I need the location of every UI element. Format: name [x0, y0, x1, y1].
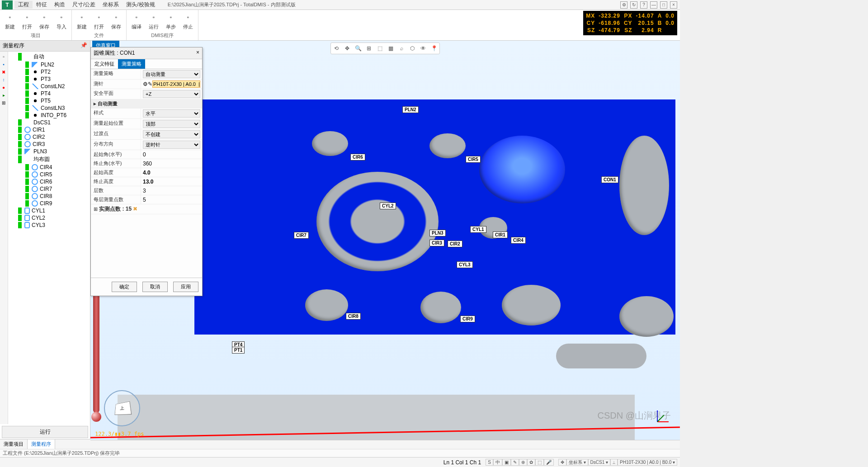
run-button[interactable]: ▫运行 — [146, 11, 162, 31]
tree-item-PLN3[interactable]: PLN3 — [9, 148, 89, 155]
wand-icon[interactable]: ✎ — [148, 81, 152, 87]
feature-label-CIR5[interactable]: CIR5 — [466, 156, 481, 163]
tool-1[interactable]: ▫ — [0, 53, 7, 60]
tree-item-DsCS1[interactable]: DsCS1 — [9, 119, 89, 126]
vp-tool-9[interactable]: 📍 — [430, 44, 438, 52]
status-item-4[interactable]: PH10T-2X30 | A0.0 | B0.0 ▾ — [618, 459, 677, 466]
feature-label-CYL1[interactable]: CYL1 — [470, 226, 486, 233]
ime-icon-3[interactable]: ✎ — [511, 459, 519, 466]
status-item-3[interactable]: ⟂ — [610, 459, 618, 466]
nav-cube-face[interactable]: 上 — [114, 401, 132, 415]
save-project-button[interactable]: ▫保存 — [36, 11, 52, 31]
new-file-button[interactable]: ▫新建 — [74, 11, 90, 31]
tree-item-ConstLN2[interactable]: ConstLN2 — [9, 83, 89, 90]
vp-tool-2[interactable]: 🔍 — [354, 44, 362, 52]
tree-item-CIR2[interactable]: CIR2 — [9, 133, 89, 141]
tool-6[interactable]: ▸ — [0, 92, 7, 98]
tree-item-CIR7[interactable]: CIR7 — [9, 185, 89, 193]
save-file-button[interactable]: ▫保存 — [108, 11, 124, 31]
vp-tool-8[interactable]: 👁 — [419, 44, 427, 52]
menu-construct[interactable]: 构造 — [51, 1, 69, 9]
feature-label-CIR1[interactable]: CIR1 — [493, 231, 508, 238]
ime-icon-0[interactable]: S — [486, 459, 493, 466]
menu-coordinate[interactable]: 坐标系 — [99, 1, 123, 9]
feature-label-CON1[interactable]: CON1 — [601, 176, 618, 183]
menu-tolerance[interactable]: 尺寸/公差 — [69, 1, 99, 9]
tree-item-自动[interactable]: 自动 — [9, 52, 89, 61]
refresh-icon[interactable]: ↻ — [630, 1, 637, 9]
tool-7[interactable]: ⊞ — [0, 99, 7, 106]
feature-label-CIR4[interactable]: CIR4 — [511, 237, 526, 244]
step-button[interactable]: ▫单步 — [163, 11, 179, 31]
tree-item-CIR3[interactable]: CIR3 — [9, 141, 89, 148]
tool-2[interactable]: ▪ — [0, 61, 7, 67]
prop-测量策略-select[interactable]: 自动测量 — [143, 70, 200, 78]
tool-5[interactable]: ● — [0, 84, 7, 90]
status-item-0[interactable]: ✥ — [558, 459, 566, 466]
prop-测量起始位置-select[interactable]: 顶部 — [143, 120, 200, 128]
tree-item-INTO_PT6[interactable]: INTO_PT6 — [9, 112, 89, 119]
tree-item-CYL2[interactable]: CYL2 — [9, 214, 89, 222]
prop-probe-input[interactable] — [152, 80, 200, 88]
maximize-icon[interactable]: □ — [660, 1, 667, 9]
prop-value[interactable]: 5 — [143, 197, 146, 203]
feature-label-CYL3[interactable]: CYL3 — [457, 261, 473, 268]
gear-icon[interactable]: ⚙ — [143, 81, 148, 87]
feature-label-PT1[interactable]: PT1 — [232, 347, 245, 354]
prop-value[interactable]: 0 — [143, 151, 146, 158]
program-tree[interactable]: 自动PLN2PT2PT3ConstLN2PT4PT5ConstLN3INTO_P… — [8, 52, 90, 424]
open-file-button[interactable]: ▫打开 — [91, 11, 107, 31]
ime-icon-4[interactable]: ⊕ — [519, 459, 527, 466]
tree-item-CIR9[interactable]: CIR9 — [9, 200, 89, 207]
new-project-button[interactable]: ▫新建 — [2, 11, 18, 31]
tree-item-CIR1[interactable]: CIR1 — [9, 126, 89, 133]
ime-icon-7[interactable]: 🎤 — [544, 459, 554, 466]
ime-icon-2[interactable]: ▣ — [502, 459, 511, 466]
tree-item-PT4[interactable]: PT4 — [9, 90, 89, 97]
ime-icon-5[interactable]: ✿ — [527, 459, 535, 466]
ime-icon-6[interactable]: ⬚ — [535, 459, 544, 466]
tree-item-CYL1[interactable]: CYL1 — [9, 207, 89, 214]
feature-label-CYL2[interactable]: CYL2 — [380, 203, 396, 209]
tab-program[interactable]: 测量程序 — [28, 439, 55, 449]
tree-item-CIR8[interactable]: CIR8 — [9, 193, 89, 200]
vp-tool-0[interactable]: ⟲ — [332, 44, 340, 52]
prop-安全平面-select[interactable]: +Z — [143, 90, 200, 98]
vp-tool-5[interactable]: ▦ — [387, 44, 395, 52]
prop-过渡点-select[interactable]: 不创建 — [143, 130, 200, 138]
tree-item-PLN2[interactable]: PLN2 — [9, 61, 89, 68]
stop-button[interactable]: ▫停止 — [180, 11, 196, 31]
feature-label-PLN2[interactable]: PLN2 — [402, 106, 419, 113]
tab-define[interactable]: 定义特征 — [91, 59, 118, 69]
tool-3[interactable]: ✖ — [0, 69, 7, 75]
status-item-2[interactable]: DsCS1 ▾ — [588, 459, 610, 466]
prop-value[interactable]: 4.0 — [143, 170, 151, 176]
feature-label-CIR6[interactable]: CIR6 — [350, 154, 365, 160]
feature-label-CIR7[interactable]: CIR7 — [294, 232, 309, 239]
tree-item-CIR5[interactable]: CIR5 — [9, 171, 89, 178]
tree-item-CIR4[interactable]: CIR4 — [9, 164, 89, 171]
viewport-3d[interactable]: 仿真窗口 圆锥属性 : CON1 × 定义特征 测量策略 测量策略自动测量测针⚙… — [90, 41, 680, 440]
ime-icon-1[interactable]: 中 — [493, 459, 502, 466]
tree-item-CIR6[interactable]: CIR6 — [9, 178, 89, 185]
help-icon[interactable]: ? — [640, 1, 647, 9]
menu-project[interactable]: 工程 — [14, 1, 33, 9]
tree-item-PT5[interactable]: PT5 — [9, 97, 89, 104]
axis-gizmo[interactable] — [653, 408, 671, 426]
tree-item-PT2[interactable]: PT2 — [9, 68, 89, 75]
prop-分布方向-select[interactable]: 逆时针 — [143, 141, 200, 149]
nav-cube[interactable]: 上 — [104, 390, 140, 426]
tree-item-PT3[interactable]: PT3 — [9, 75, 89, 83]
tree-item-均布圆[interactable]: 均布圆 — [9, 155, 89, 164]
vp-tool-7[interactable]: ⬡ — [408, 44, 416, 52]
cancel-button[interactable]: 取消 — [142, 282, 168, 292]
open-project-button[interactable]: ▫打开 — [19, 11, 35, 31]
tree-item-ConstLN3[interactable]: ConstLN3 — [9, 104, 89, 112]
prop-close-icon[interactable]: × — [196, 49, 199, 57]
feature-label-CIR8[interactable]: CIR8 — [346, 313, 361, 320]
import-button[interactable]: ▫导入 — [53, 11, 70, 31]
settings-icon[interactable]: ⚙ — [620, 1, 627, 9]
feature-label-CIR2[interactable]: CIR2 — [448, 241, 462, 247]
prop-样式-select[interactable]: 水平 — [143, 109, 200, 118]
prop-value[interactable]: 13.0 — [143, 179, 153, 185]
